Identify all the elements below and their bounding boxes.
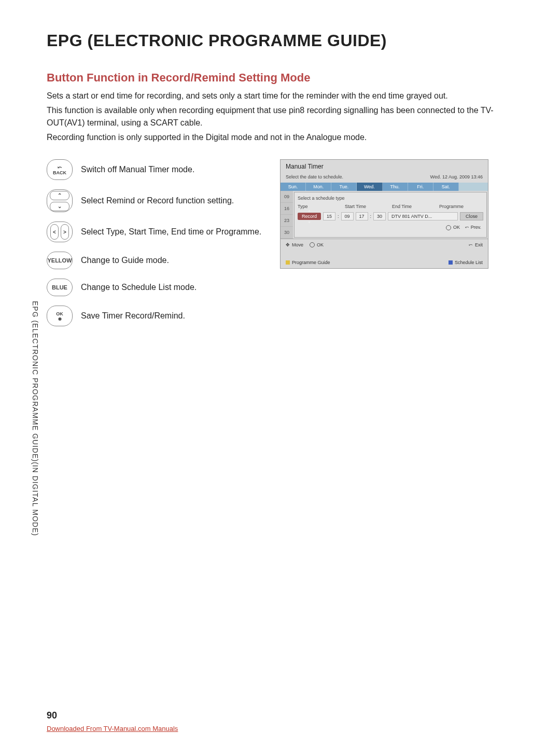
- prev-label: Prev.: [471, 225, 481, 230]
- blue-button-icon: BLUE: [47, 279, 73, 296]
- list-item: BLUE Change to Schedule List mode.: [47, 279, 264, 296]
- button-description: Change to Guide mode.: [81, 256, 169, 265]
- button-description: Change to Schedule List mode.: [81, 283, 197, 292]
- day-tab: Thu.: [383, 183, 408, 191]
- button-description: Select Type, Start Time, End time or Pro…: [81, 227, 261, 237]
- day-tab-selected: Wed.: [357, 183, 382, 191]
- schedule-hint: Select a schedule type: [297, 195, 484, 204]
- inner-footer: OK ⤺ Prev.: [297, 222, 484, 231]
- end-hour: 17: [356, 212, 368, 220]
- type-chip: ▲ Record ▼: [298, 213, 321, 220]
- list-item: ⤺ BACK Switch off Manual Timer mode.: [47, 159, 264, 180]
- side-section-label: EPG (ELECTRONIC PROGRAMME GUIDE)(IN DIGI…: [31, 301, 39, 536]
- panel-title: Manual Timer: [281, 160, 488, 173]
- download-source-link[interactable]: Downloaded From TV-Manual.com Manuals: [47, 725, 178, 732]
- back-arrow-icon: ⤺: [465, 225, 469, 230]
- ok-button-icon: OK ◉: [47, 306, 73, 326]
- left-right-button-icon: < >: [47, 222, 73, 242]
- day-tab: Sat.: [433, 183, 459, 191]
- list-item: YELLOW Change to Guide mode.: [47, 252, 264, 269]
- col-prog: Programme: [439, 204, 483, 209]
- back-arrow-icon: ⤺: [469, 242, 473, 247]
- section-title: Button Function in Record/Remind Setting…: [47, 71, 513, 85]
- day-tab: Mon.: [306, 183, 331, 191]
- up-down-button-icon: ⌃ ⌄: [47, 189, 73, 212]
- button-description: Save Timer Record/Remind.: [81, 311, 185, 321]
- button-description: Select Remind or Record function setting…: [81, 196, 234, 205]
- date-cell: 23: [281, 215, 293, 227]
- day-tabs: Sun. Mon. Tue. Wed. Thu. Fri. Sat.: [281, 183, 488, 191]
- schedule-columns: Type Start Time End Time Programme: [297, 204, 484, 211]
- chevron-left-icon: <: [50, 224, 59, 240]
- schedule-row: ▲ Record ▼ 15 : 09 17 : 30 DTV 801 ANTV …: [297, 211, 484, 222]
- exit-label: Exit: [475, 242, 483, 247]
- move-label: Move: [292, 242, 303, 247]
- chevron-right-icon: >: [61, 224, 69, 240]
- button-function-list: ⤺ BACK Switch off Manual Timer mode. ⌃ ⌄…: [47, 159, 264, 336]
- day-tab-extra: [459, 183, 488, 191]
- list-item: ⌃ ⌄ Select Remind or Record function set…: [47, 189, 264, 212]
- date-cell: 30: [281, 227, 293, 239]
- col-start: Start Time: [345, 204, 389, 209]
- panel-datetime: Wed. 12 Aug. 2009 13:46: [430, 174, 483, 179]
- page-title: EPG (ELECTRONIC PROGRAMME GUIDE): [47, 31, 513, 50]
- date-cell: 09: [281, 191, 293, 203]
- back-label: BACK: [53, 170, 66, 175]
- ok-dot-icon: [310, 242, 315, 247]
- date-cell: 16: [281, 203, 293, 215]
- chevron-up-icon: ⌃: [50, 191, 69, 200]
- yellow-square-icon: [286, 260, 290, 265]
- back-button-icon: ⤺ BACK: [47, 159, 73, 180]
- type-value: Record: [302, 214, 317, 219]
- list-item: OK ◉ Save Timer Record/Remind.: [47, 306, 264, 326]
- date-column: 09 16 23 30: [281, 191, 293, 239]
- programme-value: DTV 801 ANTV D...: [388, 212, 458, 220]
- manual-timer-panel: Manual Timer Select the date to schedule…: [280, 159, 488, 269]
- end-min: 30: [373, 212, 386, 220]
- col-end: End Time: [392, 204, 436, 209]
- start-min: 09: [341, 212, 354, 220]
- button-description: Switch off Manual Timer mode.: [81, 165, 194, 174]
- day-tab: Tue.: [331, 183, 357, 191]
- list-item: < > Select Type, Start Time, End time or…: [47, 222, 264, 242]
- page-number: 90: [47, 710, 57, 721]
- paragraph: This function is available only when rec…: [47, 104, 513, 129]
- move-icon: ✥: [286, 242, 290, 247]
- yellow-button-icon: YELLOW: [47, 252, 73, 269]
- panel-footer: ✥Move OK ⤺Exit Programme Guide Schedule …: [281, 239, 488, 268]
- ok-dot-icon: [446, 225, 451, 230]
- ok-label: OK: [56, 311, 63, 316]
- day-tab: Fri.: [408, 183, 433, 191]
- start-hour: 15: [323, 212, 335, 220]
- ok-label: OK: [317, 242, 324, 247]
- panel-subtitle: Select the date to schedule.: [286, 174, 343, 179]
- blue-square-icon: [449, 260, 453, 265]
- day-tab: Sun.: [281, 183, 306, 191]
- ok-label: OK: [453, 225, 460, 230]
- schedule-inner: Select a schedule type Type Start Time E…: [294, 192, 487, 238]
- paragraph: Recording function is only supported in …: [47, 131, 513, 144]
- close-button: Close: [460, 212, 483, 220]
- col-type: Type: [298, 204, 342, 209]
- pg-label: Programme Guide: [292, 260, 330, 265]
- chevron-down-icon: ⌄: [50, 202, 69, 211]
- chevron-up-icon: ▲: [307, 209, 311, 212]
- sl-label: Schedule List: [455, 260, 483, 265]
- chevron-down-icon: ▼: [307, 220, 311, 224]
- paragraph: Sets a start or end time for recording, …: [47, 90, 513, 102]
